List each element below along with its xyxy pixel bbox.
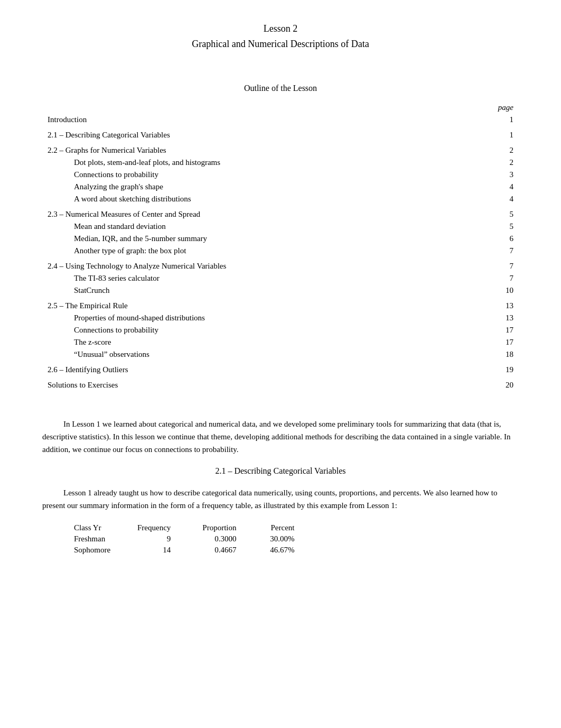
row-freshman-frequency: 9 (137, 533, 202, 545)
page-title: Lesson 2 Graphical and Numerical Descrip… (42, 21, 519, 52)
toc-item-22-sub2: Connections to probability 3 (48, 169, 524, 181)
outline-section: Outline of the Lesson page Introduction … (42, 84, 519, 391)
frequency-table-header: Class Yr Frequency Proportion Percent (74, 522, 310, 533)
toc-page-header: page (476, 102, 524, 114)
toc-item-25-sub4: “Unusual” observations 18 (48, 348, 524, 361)
row-sophomore-classyr: Sophomore (74, 545, 137, 556)
header-percent: Percent (268, 522, 310, 533)
toc-item-25-sub2: Connections to probability 17 (48, 324, 524, 336)
toc-item-21: 2.1 – Describing Categorical Variables 1 (48, 129, 524, 141)
toc-item-24: 2.4 – Using Technology to Analyze Numeri… (48, 260, 524, 272)
toc-item-22-sub1: Dot plots, stem-and-leaf plots, and hist… (48, 156, 524, 169)
toc-item-22: 2.2 – Graphs for Numerical Variables 2 (48, 144, 524, 156)
row-sophomore-percent: 46.67% (268, 545, 310, 556)
section-21-heading: 2.1 – Describing Categorical Variables (42, 466, 519, 476)
intro-paragraph: In Lesson 1 we learned about categorical… (42, 418, 519, 456)
toc-table: page Introduction 1 2.1 – Describing Cat… (48, 102, 524, 391)
toc-item-22-sub3: Analyzing the graph's shape 4 (48, 181, 524, 193)
toc-item-25-sub1: Properties of mound-shaped distributions… (48, 312, 524, 324)
frequency-table-row-sophomore: Sophomore 14 0.4667 46.67% (74, 545, 310, 556)
section-21-paragraph: Lesson 1 already taught us how to descri… (42, 486, 519, 512)
toc-item-24-sub2: StatCrunch 10 (48, 284, 524, 297)
header-proportion: Proportion (202, 522, 268, 533)
row-sophomore-proportion: 0.4667 (202, 545, 268, 556)
toc-item-23-sub2: Median, IQR, and the 5-number summary 6 (48, 233, 524, 245)
toc-item-solutions: Solutions to Exercises 20 (48, 379, 524, 391)
frequency-table-row-freshman: Freshman 9 0.3000 30.00% (74, 533, 310, 545)
toc-item-24-sub1: The TI-83 series calculator 7 (48, 272, 524, 284)
toc-item-23-sub3: Another type of graph: the box plot 7 (48, 245, 524, 257)
toc-header-row: page (48, 102, 524, 114)
toc-item-22-sub4: A word about sketching distributions 4 (48, 193, 524, 205)
header-classyr: Class Yr (74, 522, 137, 533)
toc-item-23: 2.3 – Numerical Measures of Center and S… (48, 208, 524, 220)
row-freshman-classyr: Freshman (74, 533, 137, 545)
header-frequency: Frequency (137, 522, 202, 533)
title-line2: Graphical and Numerical Descriptions of … (192, 39, 369, 49)
toc-item-25-sub3: The z-score 17 (48, 336, 524, 348)
toc-item-23-sub1: Mean and standard deviation 5 (48, 220, 524, 233)
frequency-table: Class Yr Frequency Proportion Percent Fr… (74, 522, 310, 556)
outline-heading: Outline of the Lesson (42, 84, 519, 93)
toc-item-25: 2.5 – The Empirical Rule 13 (48, 300, 524, 312)
row-freshman-proportion: 0.3000 (202, 533, 268, 545)
row-freshman-percent: 30.00% (268, 533, 310, 545)
toc-item-26: 2.6 – Identifying Outliers 19 (48, 364, 524, 376)
title-line1: Lesson 2 (264, 23, 298, 34)
row-sophomore-frequency: 14 (137, 545, 202, 556)
toc-item-introduction: Introduction 1 (48, 114, 524, 126)
